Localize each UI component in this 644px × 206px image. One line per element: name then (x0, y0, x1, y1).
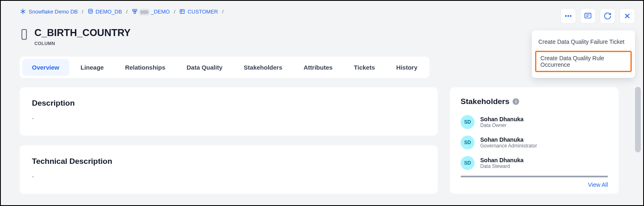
stakeholder-row[interactable]: SD Sohan Dhanuka Data Owner (461, 115, 608, 129)
tab-bar: Overview Lineage Relationships Data Qual… (20, 57, 429, 78)
refresh-icon (603, 12, 612, 20)
stakeholders-title: Stakeholders i (461, 97, 519, 106)
svg-rect-1 (132, 9, 134, 11)
stakeholder-list: SD Sohan Dhanuka Data Owner SD Sohan Dha… (461, 115, 608, 170)
svg-point-6 (567, 15, 569, 16)
stakeholder-role: Data Steward (480, 163, 524, 169)
breadcrumb-item-schema[interactable]: ▮▮▮_DEMO (132, 9, 170, 15)
breadcrumb-sep: / (82, 9, 84, 15)
tab-overview[interactable]: Overview (22, 59, 69, 76)
description-title: Description (32, 99, 425, 108)
comments-icon (584, 12, 592, 20)
side-column: Stakeholders i SD Sohan Dhanuka Data Own… (450, 87, 619, 194)
svg-rect-4 (180, 9, 185, 13)
breadcrumb-item-table[interactable]: CUSTOMER (179, 9, 218, 15)
description-value: - (32, 115, 425, 122)
tab-stakeholders[interactable]: Stakeholders (234, 59, 292, 76)
stakeholder-name: Sohan Dhanuka (480, 116, 524, 122)
tab-relationships[interactable]: Relationships (115, 59, 175, 76)
stakeholder-row[interactable]: SD Sohan Dhanuka Governance Administrato… (461, 136, 608, 149)
stakeholder-info: Sohan Dhanuka Data Steward (480, 157, 524, 169)
tab-history[interactable]: History (386, 59, 427, 76)
tab-attributes[interactable]: Attributes (294, 59, 343, 76)
entity-type-label: COLUMN (34, 41, 131, 46)
stakeholder-name: Sohan Dhanuka (480, 136, 537, 143)
svg-rect-2 (135, 9, 137, 11)
svg-point-5 (565, 15, 567, 16)
stakeholders-card: Stakeholders i SD Sohan Dhanuka Data Own… (450, 87, 619, 194)
tab-lineage[interactable]: Lineage (71, 59, 114, 76)
schema-icon (132, 9, 138, 14)
refresh-button[interactable] (600, 8, 615, 24)
more-icon (564, 12, 572, 20)
dropdown-item-rule-occurrence[interactable]: Create Data Quality Rule Occurrence (535, 51, 632, 72)
column-icon (20, 29, 29, 40)
breadcrumb-label: CUSTOMER (188, 9, 218, 15)
breadcrumb-sep: / (126, 9, 128, 15)
more-button[interactable] (560, 8, 576, 24)
main-column: Description - Technical Description - (20, 87, 438, 194)
vertical-scrollbar[interactable] (635, 87, 641, 152)
stakeholder-info: Sohan Dhanuka Governance Administrator (480, 136, 537, 149)
breadcrumb-sep: / (174, 9, 176, 15)
snowflake-icon (20, 8, 26, 15)
technical-description-value: - (32, 173, 425, 180)
content-row: Description - Technical Description - St… (1, 78, 643, 194)
view-all-link[interactable]: View All (461, 181, 608, 188)
svg-rect-9 (22, 29, 27, 39)
comments-button[interactable] (580, 8, 596, 24)
breadcrumb: Snowflake Demo DB / DEMO_DB / ▮▮▮_DEMO /… (1, 1, 643, 15)
svg-rect-3 (134, 12, 136, 14)
description-card: Description - (20, 87, 438, 136)
page-title: C_BIRTH_COUNTRY (34, 27, 131, 38)
technical-description-title: Technical Description (32, 157, 425, 166)
breadcrumb-item-db[interactable]: DEMO_DB (88, 9, 122, 15)
avatar: SD (461, 136, 475, 149)
technical-description-card: Technical Description - (20, 145, 438, 194)
breadcrumb-label: Snowflake Demo DB (29, 9, 78, 15)
breadcrumb-sep: / (222, 9, 224, 15)
svg-point-0 (88, 9, 92, 11)
close-button[interactable] (619, 8, 635, 24)
breadcrumb-item-root[interactable]: Snowflake Demo DB (20, 8, 78, 15)
stakeholder-info: Sohan Dhanuka Data Owner (480, 116, 524, 128)
horizontal-scrollbar[interactable] (461, 176, 608, 177)
tab-tickets[interactable]: Tickets (344, 59, 384, 76)
stakeholder-role: Data Owner (480, 122, 524, 128)
tab-data-quality[interactable]: Data Quality (177, 59, 233, 76)
info-icon[interactable]: i (513, 98, 519, 105)
breadcrumb-label: _DEMO (151, 9, 170, 15)
action-bar (560, 8, 635, 24)
svg-point-7 (570, 15, 571, 16)
stakeholder-name: Sohan Dhanuka (480, 157, 524, 163)
more-dropdown: Create Data Quality Failure Ticket Creat… (532, 30, 635, 78)
close-icon (623, 12, 631, 20)
stakeholder-row[interactable]: SD Sohan Dhanuka Data Steward (461, 156, 608, 170)
breadcrumb-label-blurred: ▮▮▮ (140, 9, 149, 15)
stakeholder-role: Governance Administrator (480, 143, 537, 149)
stakeholders-title-text: Stakeholders (461, 97, 509, 106)
avatar: SD (461, 115, 475, 129)
svg-rect-8 (585, 13, 591, 18)
breadcrumb-label: DEMO_DB (96, 9, 122, 15)
avatar: SD (461, 156, 475, 170)
table-icon (179, 9, 185, 14)
database-icon (88, 9, 93, 14)
dropdown-item-failure-ticket[interactable]: Create Data Quality Failure Ticket (532, 34, 635, 49)
